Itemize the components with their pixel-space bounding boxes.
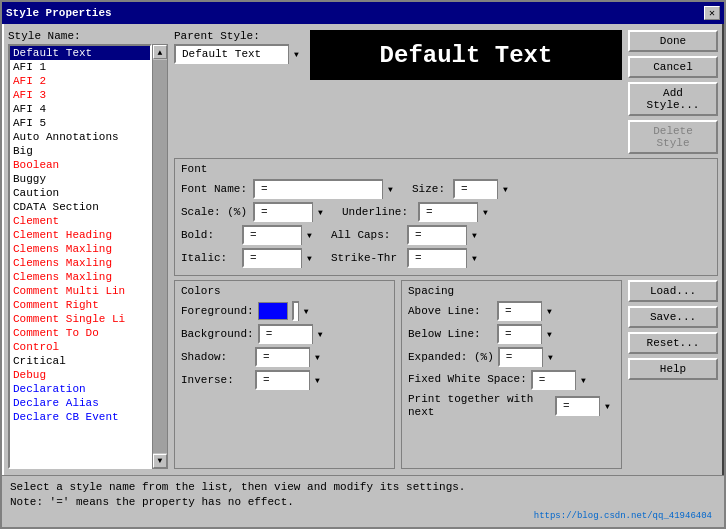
scale-select[interactable]: =	[253, 202, 328, 222]
underline-select-wrapper: = ▼	[418, 202, 493, 222]
all-caps-select[interactable]: =	[407, 225, 482, 245]
expanded-row: Expanded: (%) = ▼	[408, 347, 615, 367]
below-line-label: Below Line:	[408, 328, 493, 340]
list-item[interactable]: AFI 5	[10, 116, 150, 130]
list-item[interactable]: Big	[10, 144, 150, 158]
list-scrollbar: ▲ ▼	[152, 44, 168, 469]
add-style-button[interactable]: Add Style...	[628, 82, 718, 116]
load-button[interactable]: Load...	[628, 280, 718, 302]
list-item[interactable]: AFI 4	[10, 102, 150, 116]
delete-style-button[interactable]: Delete Style	[628, 120, 718, 154]
scroll-down-button[interactable]: ▼	[153, 454, 167, 468]
list-item[interactable]: Caution	[10, 186, 150, 200]
list-item[interactable]: Declaration	[10, 382, 150, 396]
save-button[interactable]: Save...	[628, 306, 718, 328]
list-item[interactable]: AFI 3	[10, 88, 150, 102]
list-item[interactable]: Clement	[10, 214, 150, 228]
fixed-white-select[interactable]: =	[531, 370, 591, 390]
help-button[interactable]: Help	[628, 358, 718, 380]
bold-label: Bold:	[181, 229, 236, 241]
list-item[interactable]: Default Text	[10, 46, 150, 60]
expanded-label: Expanded: (%)	[408, 351, 494, 363]
list-item[interactable]: Clemens Maxling	[10, 256, 150, 270]
above-line-select[interactable]: =	[497, 301, 557, 321]
size-label: Size:	[412, 183, 447, 195]
size-select-wrapper: = ▼	[453, 179, 513, 199]
reset-button[interactable]: Reset...	[628, 332, 718, 354]
background-row: Background: = ▼	[181, 324, 388, 344]
colors-label: Colors	[181, 285, 388, 297]
underline-label: Underline:	[342, 206, 412, 218]
list-item[interactable]: AFI 2	[10, 74, 150, 88]
shadow-label: Shadow:	[181, 351, 251, 363]
list-item[interactable]: Auto Annotations	[10, 130, 150, 144]
font-section: Font Font Name: = ▼ Size: =	[174, 158, 718, 276]
foreground-select[interactable]	[292, 301, 314, 321]
expanded-select-wrapper: = ▼	[498, 347, 558, 367]
shadow-row: Shadow: = ▼	[181, 347, 388, 367]
inverse-row: Inverse: = ▼	[181, 370, 388, 390]
scale-select-wrapper: = ▼	[253, 202, 328, 222]
list-item[interactable]: Critical	[10, 354, 150, 368]
dialog-title: Style Properties	[6, 7, 112, 19]
italic-row: Italic: = ▼ Strike-Thr = ▼	[181, 248, 711, 268]
list-item[interactable]: Comment Single Li	[10, 312, 150, 326]
close-button[interactable]: ✕	[704, 6, 720, 20]
underline-select[interactable]: =	[418, 202, 493, 222]
list-item[interactable]: Control	[10, 340, 150, 354]
watermark: https://blog.csdn.net/qq_41946404	[10, 510, 716, 523]
bold-select[interactable]: =	[242, 225, 317, 245]
list-item[interactable]: Comment Multi Lin	[10, 284, 150, 298]
list-item[interactable]: Declare Alias	[10, 396, 150, 410]
expanded-select[interactable]: =	[498, 347, 558, 367]
font-name-row: Font Name: = ▼ Size: = ▼	[181, 179, 711, 199]
shadow-select-wrapper: = ▼	[255, 347, 325, 367]
background-label: Background:	[181, 328, 254, 340]
scroll-up-button[interactable]: ▲	[153, 45, 167, 59]
list-item[interactable]: Boolean	[10, 158, 150, 172]
action-buttons-top: Done Cancel Add Style... Delete Style	[628, 30, 718, 154]
list-item[interactable]: Declare CB Event	[10, 410, 150, 424]
list-item[interactable]: Clement Heading	[10, 228, 150, 242]
list-item[interactable]: CDATA Section	[10, 200, 150, 214]
parent-style-select-wrapper: Default Text ▼	[174, 44, 304, 64]
font-name-select-wrapper: = ▼	[253, 179, 398, 199]
font-section-label: Font	[181, 163, 711, 175]
above-line-select-wrapper: = ▼	[497, 301, 557, 321]
print-together-select[interactable]: =	[555, 396, 615, 416]
below-line-select[interactable]: =	[497, 324, 557, 344]
font-name-select[interactable]: =	[253, 179, 398, 199]
list-item[interactable]: Debug	[10, 368, 150, 382]
parent-style-select[interactable]: Default Text	[174, 44, 304, 64]
strike-select[interactable]: =	[407, 248, 482, 268]
list-item[interactable]: Comment To Do	[10, 326, 150, 340]
inverse-select[interactable]: =	[255, 370, 325, 390]
cancel-button[interactable]: Cancel	[628, 56, 718, 78]
inverse-select-wrapper: = ▼	[255, 370, 325, 390]
foreground-select-wrapper: ▼	[292, 301, 314, 321]
all-caps-select-wrapper: = ▼	[407, 225, 482, 245]
style-name-label: Style Name:	[8, 30, 168, 42]
list-item[interactable]: Clemens Maxling	[10, 270, 150, 284]
list-item[interactable]: Buggy	[10, 172, 150, 186]
background-select[interactable]: =	[258, 324, 328, 344]
fixed-white-select-wrapper: = ▼	[531, 370, 591, 390]
status-bar: Select a style name from the list, then …	[2, 475, 724, 527]
foreground-color-swatch	[258, 302, 288, 320]
list-item[interactable]: Comment Right	[10, 298, 150, 312]
scale-label: Scale: (%)	[181, 206, 247, 218]
style-list[interactable]: Default TextAFI 1AFI 2AFI 3AFI 4AFI 5Aut…	[8, 44, 152, 469]
list-item[interactable]: AFI 1	[10, 60, 150, 74]
style-preview: Default Text	[310, 30, 622, 80]
action-buttons-right: Load... Save... Reset... Help	[628, 280, 718, 469]
scroll-track	[153, 60, 167, 453]
italic-select[interactable]: =	[242, 248, 317, 268]
shadow-select[interactable]: =	[255, 347, 325, 367]
dialog-content: Style Name: Default TextAFI 1AFI 2AFI 3A…	[2, 24, 724, 475]
size-select[interactable]: =	[453, 179, 513, 199]
foreground-row: Foreground: ▼	[181, 301, 388, 321]
fixed-white-row: Fixed White Space: = ▼	[408, 370, 615, 390]
parent-style-area: Parent Style: Default Text ▼	[174, 30, 304, 64]
list-item[interactable]: Clemens Maxling	[10, 242, 150, 256]
done-button[interactable]: Done	[628, 30, 718, 52]
